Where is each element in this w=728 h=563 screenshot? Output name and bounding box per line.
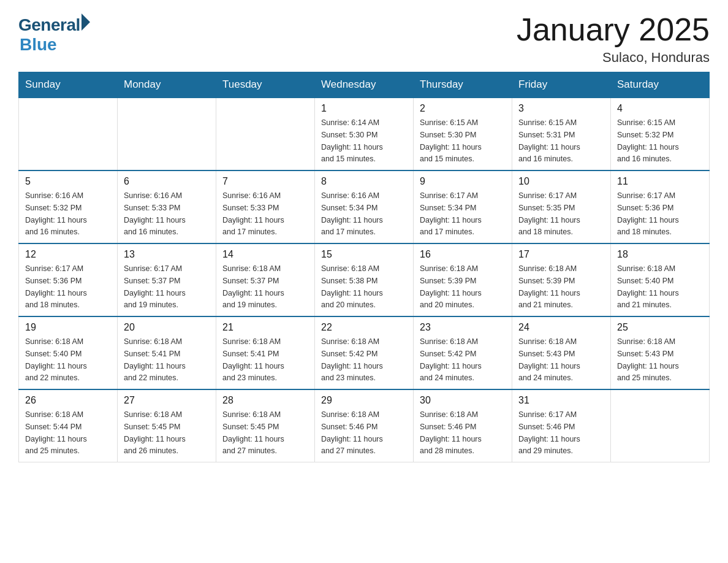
day-number: 8: [321, 176, 407, 187]
day-cell-5: 5Sunrise: 6:16 AM Sunset: 5:32 PM Daylig…: [19, 170, 118, 243]
day-info: Sunrise: 6:18 AM Sunset: 5:40 PM Dayligh…: [25, 337, 87, 382]
day-info: Sunrise: 6:16 AM Sunset: 5:33 PM Dayligh…: [124, 191, 186, 236]
day-number: 28: [222, 395, 308, 406]
day-number: 24: [518, 322, 604, 333]
day-number: 9: [420, 176, 506, 187]
title-section: January 2025 Sulaco, Honduras: [517, 12, 710, 66]
calendar-subtitle: Sulaco, Honduras: [517, 50, 710, 66]
day-cell-21: 21Sunrise: 6:18 AM Sunset: 5:41 PM Dayli…: [216, 316, 315, 389]
day-info: Sunrise: 6:17 AM Sunset: 5:46 PM Dayligh…: [518, 410, 580, 455]
day-number: 5: [25, 176, 111, 187]
day-number: 25: [617, 322, 703, 333]
day-info: Sunrise: 6:18 AM Sunset: 5:41 PM Dayligh…: [222, 337, 284, 382]
day-cell-28: 28Sunrise: 6:18 AM Sunset: 5:45 PM Dayli…: [216, 389, 315, 462]
day-info: Sunrise: 6:18 AM Sunset: 5:43 PM Dayligh…: [617, 337, 679, 382]
day-cell-7: 7Sunrise: 6:16 AM Sunset: 5:33 PM Daylig…: [216, 170, 315, 243]
day-cell-25: 25Sunrise: 6:18 AM Sunset: 5:43 PM Dayli…: [611, 316, 710, 389]
weekday-header-saturday: Saturday: [611, 72, 710, 98]
day-cell-16: 16Sunrise: 6:18 AM Sunset: 5:39 PM Dayli…: [414, 243, 512, 316]
week-row-2: 5Sunrise: 6:16 AM Sunset: 5:32 PM Daylig…: [19, 170, 710, 243]
day-cell-9: 9Sunrise: 6:17 AM Sunset: 5:34 PM Daylig…: [414, 170, 512, 243]
day-info: Sunrise: 6:16 AM Sunset: 5:33 PM Dayligh…: [222, 191, 284, 236]
day-cell-11: 11Sunrise: 6:17 AM Sunset: 5:36 PM Dayli…: [611, 170, 710, 243]
day-number: 19: [25, 322, 111, 333]
day-info: Sunrise: 6:17 AM Sunset: 5:36 PM Dayligh…: [25, 264, 87, 309]
day-info: Sunrise: 6:18 AM Sunset: 5:40 PM Dayligh…: [617, 264, 679, 309]
day-number: 22: [321, 322, 407, 333]
day-info: Sunrise: 6:17 AM Sunset: 5:36 PM Dayligh…: [617, 191, 679, 236]
week-row-3: 12Sunrise: 6:17 AM Sunset: 5:36 PM Dayli…: [19, 243, 710, 316]
day-info: Sunrise: 6:18 AM Sunset: 5:44 PM Dayligh…: [25, 410, 87, 455]
weekday-header-wednesday: Wednesday: [315, 72, 414, 98]
day-number: 17: [518, 249, 604, 260]
day-number: 27: [124, 395, 210, 406]
day-cell-empty: [19, 98, 118, 170]
weekday-header-monday: Monday: [118, 72, 216, 98]
day-cell-20: 20Sunrise: 6:18 AM Sunset: 5:41 PM Dayli…: [118, 316, 216, 389]
day-cell-17: 17Sunrise: 6:18 AM Sunset: 5:39 PM Dayli…: [512, 243, 611, 316]
day-cell-empty: [118, 98, 216, 170]
day-cell-18: 18Sunrise: 6:18 AM Sunset: 5:40 PM Dayli…: [611, 243, 710, 316]
day-info: Sunrise: 6:15 AM Sunset: 5:30 PM Dayligh…: [420, 118, 482, 163]
day-cell-10: 10Sunrise: 6:17 AM Sunset: 5:35 PM Dayli…: [512, 170, 611, 243]
day-cell-31: 31Sunrise: 6:17 AM Sunset: 5:46 PM Dayli…: [512, 389, 611, 462]
day-number: 2: [420, 103, 506, 114]
day-number: 7: [222, 176, 308, 187]
day-info: Sunrise: 6:18 AM Sunset: 5:45 PM Dayligh…: [124, 410, 186, 455]
day-info: Sunrise: 6:18 AM Sunset: 5:42 PM Dayligh…: [321, 337, 383, 382]
day-info: Sunrise: 6:17 AM Sunset: 5:35 PM Dayligh…: [518, 191, 580, 236]
day-cell-4: 4Sunrise: 6:15 AM Sunset: 5:32 PM Daylig…: [611, 98, 710, 170]
day-cell-13: 13Sunrise: 6:17 AM Sunset: 5:37 PM Dayli…: [118, 243, 216, 316]
day-info: Sunrise: 6:18 AM Sunset: 5:39 PM Dayligh…: [420, 264, 482, 309]
day-cell-27: 27Sunrise: 6:18 AM Sunset: 5:45 PM Dayli…: [118, 389, 216, 462]
weekday-header-friday: Friday: [512, 72, 611, 98]
day-number: 20: [124, 322, 210, 333]
day-info: Sunrise: 6:18 AM Sunset: 5:39 PM Dayligh…: [518, 264, 580, 309]
logo-arrow-icon: [82, 13, 90, 31]
day-number: 1: [321, 103, 407, 114]
page-header: General Blue January 2025 Sulaco, Hondur…: [18, 12, 710, 66]
day-number: 10: [518, 176, 604, 187]
day-cell-14: 14Sunrise: 6:18 AM Sunset: 5:37 PM Dayli…: [216, 243, 315, 316]
day-info: Sunrise: 6:18 AM Sunset: 5:46 PM Dayligh…: [321, 410, 383, 455]
day-info: Sunrise: 6:17 AM Sunset: 5:34 PM Dayligh…: [420, 191, 482, 236]
day-cell-6: 6Sunrise: 6:16 AM Sunset: 5:33 PM Daylig…: [118, 170, 216, 243]
day-cell-19: 19Sunrise: 6:18 AM Sunset: 5:40 PM Dayli…: [19, 316, 118, 389]
weekday-header-thursday: Thursday: [414, 72, 512, 98]
day-info: Sunrise: 6:15 AM Sunset: 5:32 PM Dayligh…: [617, 118, 679, 163]
week-row-4: 19Sunrise: 6:18 AM Sunset: 5:40 PM Dayli…: [19, 316, 710, 389]
day-number: 11: [617, 176, 703, 187]
weekday-header-sunday: Sunday: [19, 72, 118, 98]
day-info: Sunrise: 6:15 AM Sunset: 5:31 PM Dayligh…: [518, 118, 580, 163]
logo-general-text: General: [18, 15, 80, 35]
day-number: 3: [518, 103, 604, 114]
day-info: Sunrise: 6:16 AM Sunset: 5:34 PM Dayligh…: [321, 191, 383, 236]
day-number: 31: [518, 395, 604, 406]
day-number: 30: [420, 395, 506, 406]
day-number: 23: [420, 322, 506, 333]
day-number: 12: [25, 249, 111, 260]
weekday-header-tuesday: Tuesday: [216, 72, 315, 98]
day-info: Sunrise: 6:18 AM Sunset: 5:41 PM Dayligh…: [124, 337, 186, 382]
day-number: 26: [25, 395, 111, 406]
day-cell-24: 24Sunrise: 6:18 AM Sunset: 5:43 PM Dayli…: [512, 316, 611, 389]
day-info: Sunrise: 6:18 AM Sunset: 5:46 PM Dayligh…: [420, 410, 482, 455]
day-number: 18: [617, 249, 703, 260]
day-number: 29: [321, 395, 407, 406]
day-cell-26: 26Sunrise: 6:18 AM Sunset: 5:44 PM Dayli…: [19, 389, 118, 462]
day-number: 14: [222, 249, 308, 260]
day-cell-2: 2Sunrise: 6:15 AM Sunset: 5:30 PM Daylig…: [414, 98, 512, 170]
day-cell-8: 8Sunrise: 6:16 AM Sunset: 5:34 PM Daylig…: [315, 170, 414, 243]
day-info: Sunrise: 6:17 AM Sunset: 5:37 PM Dayligh…: [124, 264, 186, 309]
day-cell-30: 30Sunrise: 6:18 AM Sunset: 5:46 PM Dayli…: [414, 389, 512, 462]
week-row-5: 26Sunrise: 6:18 AM Sunset: 5:44 PM Dayli…: [19, 389, 710, 462]
calendar-title: January 2025: [517, 12, 710, 47]
day-info: Sunrise: 6:18 AM Sunset: 5:38 PM Dayligh…: [321, 264, 383, 309]
day-number: 16: [420, 249, 506, 260]
weekday-header-row: SundayMondayTuesdayWednesdayThursdayFrid…: [19, 72, 710, 98]
logo-blue-text: Blue: [20, 35, 57, 54]
day-cell-empty: [216, 98, 315, 170]
day-info: Sunrise: 6:18 AM Sunset: 5:37 PM Dayligh…: [222, 264, 284, 309]
day-number: 6: [124, 176, 210, 187]
day-cell-22: 22Sunrise: 6:18 AM Sunset: 5:42 PM Dayli…: [315, 316, 414, 389]
